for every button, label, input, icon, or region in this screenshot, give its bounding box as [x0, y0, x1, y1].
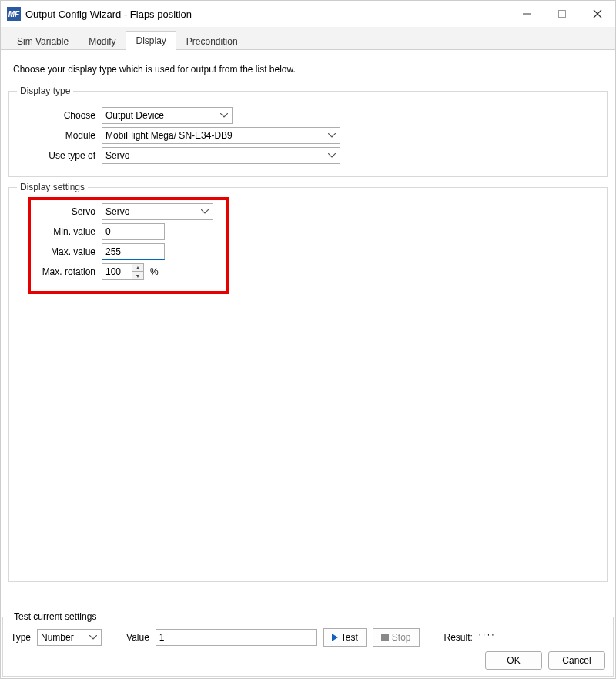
stop-icon	[381, 634, 389, 641]
module-label: Module	[17, 130, 102, 141]
tab-modify[interactable]: Modify	[79, 32, 126, 50]
window-title: Output Config Wizard - Flaps position	[25, 8, 192, 20]
use-type-combo[interactable]: Servo	[102, 147, 340, 164]
use-type-label: Use type of	[17, 150, 102, 161]
close-button[interactable]	[580, 1, 615, 27]
display-settings-legend: Display settings	[17, 182, 88, 192]
play-icon	[332, 634, 338, 641]
tab-sim-variable[interactable]: Sim Variable	[7, 32, 79, 50]
titlebar: MF Output Config Wizard - Flaps position	[1, 1, 615, 27]
tabstrip: Sim Variable Modify Display Precondition	[1, 27, 615, 50]
type-label: Type	[11, 632, 31, 643]
spinner-down-icon[interactable]: ▼	[132, 272, 143, 279]
max-rotation-label: Max. rotation	[17, 266, 102, 277]
instruction-text: Choose your display type which is used f…	[13, 64, 603, 75]
servo-label: Servo	[17, 206, 102, 217]
test-legend: Test current settings	[11, 611, 99, 622]
display-settings-group: Display settings Servo Servo Min. value …	[8, 182, 608, 582]
rotation-unit: %	[150, 266, 159, 277]
ok-button[interactable]: OK	[485, 651, 542, 670]
cancel-button[interactable]: Cancel	[548, 651, 605, 670]
test-button[interactable]: Test	[323, 628, 367, 647]
min-value-label: Min. value	[17, 226, 102, 237]
type-combo[interactable]: Number	[37, 629, 102, 646]
value-label: Value	[126, 632, 149, 643]
minimize-button[interactable]	[509, 1, 544, 27]
min-value-input[interactable]	[102, 223, 165, 240]
result-value: ' ' ' '	[479, 632, 494, 643]
test-settings-group: Test current settings Type Number Value …	[2, 611, 614, 677]
tab-precondition[interactable]: Precondition	[176, 32, 248, 50]
servo-combo[interactable]: Servo	[102, 203, 213, 220]
tab-display[interactable]: Display	[126, 31, 176, 50]
choose-label: Choose	[17, 110, 102, 121]
display-type-group: Display type Choose Output Device Module…	[8, 85, 608, 177]
max-value-label: Max. value	[17, 246, 102, 257]
max-rotation-spinner[interactable]: ▲ ▼	[102, 263, 144, 280]
max-value-input[interactable]	[102, 243, 165, 260]
max-rotation-input[interactable]	[102, 264, 132, 279]
choose-combo[interactable]: Output Device	[102, 107, 233, 124]
app-icon: MF	[7, 7, 21, 21]
maximize-button[interactable]	[544, 1, 580, 27]
spinner-up-icon[interactable]: ▲	[132, 264, 143, 272]
module-combo[interactable]: MobiFlight Mega/ SN-E34-DB9	[102, 127, 340, 144]
value-input[interactable]	[156, 629, 317, 646]
svg-rect-1	[559, 11, 566, 18]
result-label: Result:	[444, 632, 473, 643]
client-area: Choose your display type which is used f…	[1, 50, 615, 594]
stop-button[interactable]: Stop	[373, 628, 420, 647]
display-type-legend: Display type	[17, 85, 73, 96]
